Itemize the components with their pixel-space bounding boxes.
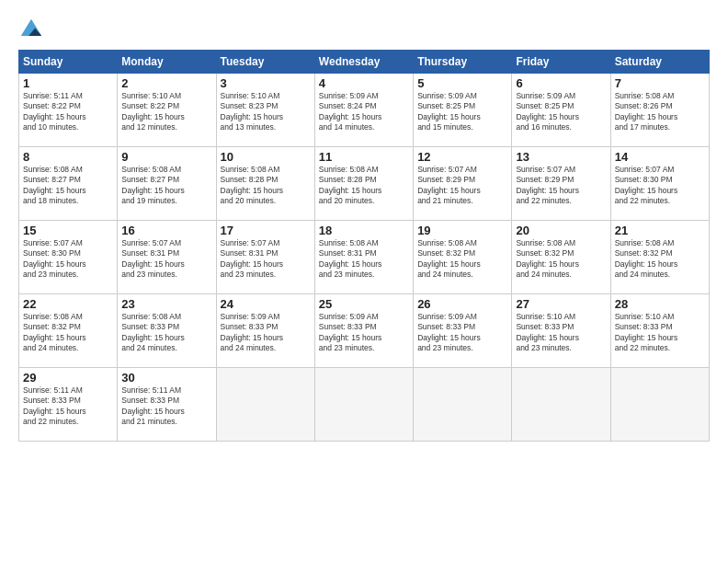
- day-number: 20: [516, 224, 606, 237]
- day-number: 26: [417, 297, 507, 311]
- day-info: Sunrise: 5:11 AM Sunset: 8:33 PM Dayligh…: [121, 385, 211, 428]
- calendar-cell: 29Sunrise: 5:11 AM Sunset: 8:33 PM Dayli…: [19, 368, 118, 442]
- calendar-week-2: 8Sunrise: 5:08 AM Sunset: 8:27 PM Daylig…: [19, 147, 710, 221]
- calendar-cell: 27Sunrise: 5:10 AM Sunset: 8:33 PM Dayli…: [512, 294, 610, 368]
- day-info: Sunrise: 5:07 AM Sunset: 8:29 PM Dayligh…: [516, 165, 606, 207]
- calendar-cell: 20Sunrise: 5:08 AM Sunset: 8:32 PM Dayli…: [512, 221, 610, 294]
- calendar-cell: 6Sunrise: 5:09 AM Sunset: 8:25 PM Daylig…: [512, 74, 610, 147]
- calendar-cell: 15Sunrise: 5:07 AM Sunset: 8:30 PM Dayli…: [19, 221, 118, 294]
- day-number: 3: [221, 76, 311, 90]
- calendar-week-4: 22Sunrise: 5:08 AM Sunset: 8:32 PM Dayli…: [19, 294, 710, 368]
- calendar-cell: 23Sunrise: 5:08 AM Sunset: 8:33 PM Dayli…: [118, 294, 216, 368]
- header: [18, 17, 710, 42]
- calendar-cell: 3Sunrise: 5:10 AM Sunset: 8:23 PM Daylig…: [216, 74, 314, 147]
- day-number: 5: [417, 76, 507, 90]
- calendar-cell: 25Sunrise: 5:09 AM Sunset: 8:33 PM Dayli…: [314, 294, 413, 368]
- day-info: Sunrise: 5:09 AM Sunset: 8:25 PM Dayligh…: [516, 91, 606, 133]
- day-number: 9: [121, 150, 211, 164]
- day-info: Sunrise: 5:09 AM Sunset: 8:25 PM Dayligh…: [417, 91, 507, 133]
- day-info: Sunrise: 5:10 AM Sunset: 8:23 PM Dayligh…: [221, 91, 311, 133]
- calendar-cell: 21Sunrise: 5:08 AM Sunset: 8:32 PM Dayli…: [610, 221, 709, 294]
- day-info: Sunrise: 5:07 AM Sunset: 8:30 PM Dayligh…: [23, 238, 113, 281]
- calendar: SundayMondayTuesdayWednesdayThursdayFrid…: [18, 50, 710, 442]
- day-info: Sunrise: 5:08 AM Sunset: 8:32 PM Dayligh…: [417, 238, 507, 281]
- col-header-monday: Monday: [118, 51, 216, 74]
- day-number: 11: [319, 150, 409, 164]
- calendar-cell: 14Sunrise: 5:07 AM Sunset: 8:30 PM Dayli…: [610, 147, 709, 221]
- calendar-cell: [512, 368, 610, 442]
- calendar-cell: 17Sunrise: 5:07 AM Sunset: 8:31 PM Dayli…: [216, 221, 314, 294]
- day-info: Sunrise: 5:08 AM Sunset: 8:28 PM Dayligh…: [319, 165, 409, 207]
- day-info: Sunrise: 5:07 AM Sunset: 8:31 PM Dayligh…: [221, 238, 311, 281]
- day-info: Sunrise: 5:07 AM Sunset: 8:30 PM Dayligh…: [615, 165, 705, 207]
- day-number: 4: [319, 76, 409, 90]
- day-info: Sunrise: 5:10 AM Sunset: 8:22 PM Dayligh…: [121, 91, 211, 133]
- day-info: Sunrise: 5:11 AM Sunset: 8:22 PM Dayligh…: [23, 91, 113, 133]
- day-number: 27: [516, 297, 606, 311]
- day-number: 2: [121, 76, 211, 90]
- calendar-cell: 11Sunrise: 5:08 AM Sunset: 8:28 PM Dayli…: [314, 147, 413, 221]
- col-header-saturday: Saturday: [610, 51, 709, 74]
- calendar-cell: 2Sunrise: 5:10 AM Sunset: 8:22 PM Daylig…: [118, 74, 216, 147]
- col-header-tuesday: Tuesday: [216, 51, 314, 74]
- day-info: Sunrise: 5:08 AM Sunset: 8:32 PM Dayligh…: [23, 312, 113, 354]
- calendar-cell: [216, 368, 314, 442]
- day-info: Sunrise: 5:08 AM Sunset: 8:32 PM Dayligh…: [615, 238, 705, 281]
- col-header-thursday: Thursday: [414, 51, 512, 74]
- calendar-cell: 10Sunrise: 5:08 AM Sunset: 8:28 PM Dayli…: [216, 147, 314, 221]
- day-number: 15: [23, 224, 113, 237]
- day-info: Sunrise: 5:07 AM Sunset: 8:29 PM Dayligh…: [417, 165, 507, 207]
- day-info: Sunrise: 5:08 AM Sunset: 8:28 PM Dayligh…: [221, 165, 311, 207]
- calendar-cell: 13Sunrise: 5:07 AM Sunset: 8:29 PM Dayli…: [512, 147, 610, 221]
- day-info: Sunrise: 5:08 AM Sunset: 8:27 PM Dayligh…: [23, 165, 113, 207]
- logo-icon: [18, 17, 44, 42]
- day-number: 7: [615, 76, 705, 90]
- day-info: Sunrise: 5:08 AM Sunset: 8:27 PM Dayligh…: [121, 165, 211, 207]
- calendar-cell: 8Sunrise: 5:08 AM Sunset: 8:27 PM Daylig…: [19, 147, 118, 221]
- calendar-cell: 16Sunrise: 5:07 AM Sunset: 8:31 PM Dayli…: [118, 221, 216, 294]
- day-number: 23: [121, 297, 211, 311]
- calendar-week-5: 29Sunrise: 5:11 AM Sunset: 8:33 PM Dayli…: [19, 368, 710, 442]
- calendar-cell: 22Sunrise: 5:08 AM Sunset: 8:32 PM Dayli…: [19, 294, 118, 368]
- day-info: Sunrise: 5:09 AM Sunset: 8:24 PM Dayligh…: [319, 91, 409, 133]
- day-info: Sunrise: 5:08 AM Sunset: 8:33 PM Dayligh…: [121, 312, 211, 354]
- day-info: Sunrise: 5:09 AM Sunset: 8:33 PM Dayligh…: [319, 312, 409, 354]
- day-info: Sunrise: 5:11 AM Sunset: 8:33 PM Dayligh…: [23, 385, 113, 428]
- day-number: 8: [23, 150, 113, 164]
- day-number: 16: [121, 224, 211, 237]
- calendar-cell: 28Sunrise: 5:10 AM Sunset: 8:33 PM Dayli…: [610, 294, 709, 368]
- logo: [18, 17, 48, 42]
- day-number: 10: [221, 150, 311, 164]
- day-info: Sunrise: 5:08 AM Sunset: 8:31 PM Dayligh…: [319, 238, 409, 281]
- day-number: 21: [615, 224, 705, 237]
- calendar-cell: [610, 368, 709, 442]
- calendar-cell: 26Sunrise: 5:09 AM Sunset: 8:33 PM Dayli…: [414, 294, 512, 368]
- day-number: 22: [23, 297, 113, 311]
- calendar-cell: 9Sunrise: 5:08 AM Sunset: 8:27 PM Daylig…: [118, 147, 216, 221]
- calendar-cell: 24Sunrise: 5:09 AM Sunset: 8:33 PM Dayli…: [216, 294, 314, 368]
- day-info: Sunrise: 5:08 AM Sunset: 8:32 PM Dayligh…: [516, 238, 606, 281]
- day-number: 1: [23, 76, 113, 90]
- calendar-cell: [414, 368, 512, 442]
- calendar-week-3: 15Sunrise: 5:07 AM Sunset: 8:30 PM Dayli…: [19, 221, 710, 294]
- page: SundayMondayTuesdayWednesdayThursdayFrid…: [0, 0, 728, 563]
- calendar-cell: 19Sunrise: 5:08 AM Sunset: 8:32 PM Dayli…: [414, 221, 512, 294]
- day-number: 24: [221, 297, 311, 311]
- day-info: Sunrise: 5:10 AM Sunset: 8:33 PM Dayligh…: [516, 312, 606, 354]
- day-number: 28: [615, 297, 705, 311]
- calendar-cell: 5Sunrise: 5:09 AM Sunset: 8:25 PM Daylig…: [414, 74, 512, 147]
- calendar-cell: 18Sunrise: 5:08 AM Sunset: 8:31 PM Dayli…: [314, 221, 413, 294]
- calendar-week-1: 1Sunrise: 5:11 AM Sunset: 8:22 PM Daylig…: [19, 74, 710, 147]
- day-info: Sunrise: 5:08 AM Sunset: 8:26 PM Dayligh…: [615, 91, 705, 133]
- day-number: 6: [516, 76, 606, 90]
- calendar-cell: 12Sunrise: 5:07 AM Sunset: 8:29 PM Dayli…: [414, 147, 512, 221]
- col-header-friday: Friday: [512, 51, 610, 74]
- day-number: 18: [319, 224, 409, 237]
- day-info: Sunrise: 5:09 AM Sunset: 8:33 PM Dayligh…: [221, 312, 311, 354]
- day-number: 14: [615, 150, 705, 164]
- day-number: 30: [121, 371, 211, 385]
- day-info: Sunrise: 5:09 AM Sunset: 8:33 PM Dayligh…: [417, 312, 507, 354]
- col-header-sunday: Sunday: [19, 51, 118, 74]
- day-number: 25: [319, 297, 409, 311]
- day-number: 17: [221, 224, 311, 237]
